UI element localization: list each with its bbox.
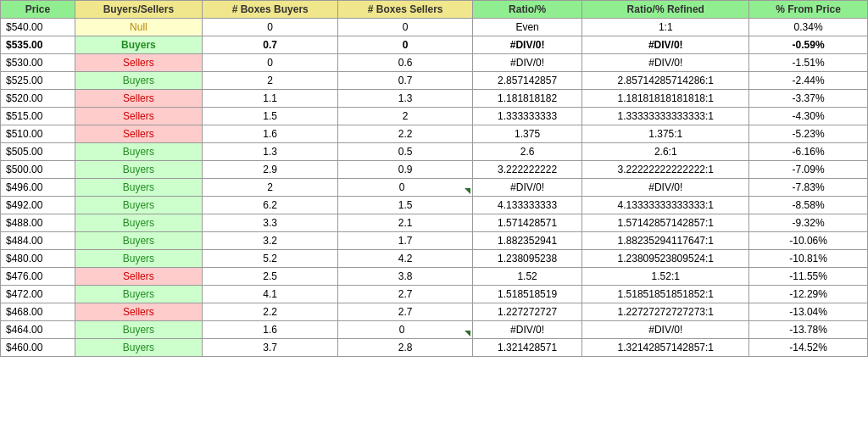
cell-boxes-buyers: 0 xyxy=(202,19,338,36)
cell-buyers-sellers: Sellers xyxy=(75,108,202,125)
cell-price: $480.00 xyxy=(1,250,75,268)
cell-ratio-refined: 1.22727272727273:1 xyxy=(582,303,749,321)
cell-ratio-refined: 2.85714285714286:1 xyxy=(582,72,749,90)
cell-price: $525.00 xyxy=(1,72,75,90)
cell-ratio: 1.181818182 xyxy=(472,90,581,108)
cell-ratio-refined: 1:1 xyxy=(582,19,749,36)
cell-from-price: -7.09% xyxy=(749,161,868,179)
cell-price: $492.00 xyxy=(1,197,75,214)
cell-boxes-sellers: 2.1 xyxy=(338,214,472,232)
cell-ratio-refined: 4.13333333333333:1 xyxy=(582,197,749,214)
cell-ratio: 1.518518519 xyxy=(472,286,581,303)
cell-boxes-sellers: 3.8 xyxy=(338,268,472,286)
cell-ratio-refined: 1.23809523809524:1 xyxy=(582,250,749,268)
cell-from-price: -0.59% xyxy=(749,36,868,54)
cell-boxes-sellers: 0.6 xyxy=(338,54,472,72)
cell-buyers-sellers: Sellers xyxy=(75,303,202,321)
cell-ratio: 4.133333333 xyxy=(472,197,581,214)
cell-from-price: -5.23% xyxy=(749,125,868,143)
cell-boxes-sellers: 1.3 xyxy=(338,90,472,108)
cell-ratio: 1.571428571 xyxy=(472,214,581,232)
cell-boxes-sellers: 0 xyxy=(338,321,472,339)
cell-ratio-refined: 1.375:1 xyxy=(582,125,749,143)
cell-boxes-buyers: 1.1 xyxy=(202,90,338,108)
cell-boxes-buyers: 1.6 xyxy=(202,125,338,143)
cell-price: $464.00 xyxy=(1,321,75,339)
cell-boxes-buyers: 3.7 xyxy=(202,339,338,357)
cell-price: $468.00 xyxy=(1,303,75,321)
cell-from-price: -7.83% xyxy=(749,179,868,197)
cell-boxes-sellers: 0.7 xyxy=(338,72,472,90)
cell-buyers-sellers: Sellers xyxy=(75,54,202,72)
cell-boxes-sellers: 4.2 xyxy=(338,250,472,268)
cell-buyers-sellers: Sellers xyxy=(75,125,202,143)
cell-ratio: Even xyxy=(472,19,581,36)
cell-ratio: 3.222222222 xyxy=(472,161,581,179)
cell-buyers-sellers: Buyers xyxy=(75,36,202,54)
cell-boxes-sellers: 2 xyxy=(338,108,472,125)
cell-boxes-sellers: 0 xyxy=(338,179,472,197)
cell-buyers-sellers: Buyers xyxy=(75,161,202,179)
cell-buyers-sellers: Buyers xyxy=(75,232,202,250)
cell-boxes-buyers: 2.2 xyxy=(202,303,338,321)
cell-from-price: -10.81% xyxy=(749,250,868,268)
cell-price: $520.00 xyxy=(1,90,75,108)
cell-ratio: 1.238095238 xyxy=(472,250,581,268)
cell-boxes-sellers: 0 xyxy=(338,36,472,54)
cell-from-price: -14.52% xyxy=(749,339,868,357)
cell-from-price: -10.06% xyxy=(749,232,868,250)
cell-ratio-refined: #DIV/0! xyxy=(582,321,749,339)
cell-buyers-sellers: Buyers xyxy=(75,197,202,214)
cell-price: $488.00 xyxy=(1,214,75,232)
price-table: Price Buyers/Sellers # Boxes Buyers # Bo… xyxy=(0,0,868,357)
triangle-icon xyxy=(465,188,470,194)
cell-ratio-refined: 1.88235294117647:1 xyxy=(582,232,749,250)
cell-boxes-buyers: 1.3 xyxy=(202,143,338,161)
cell-ratio: 1.882352941 xyxy=(472,232,581,250)
cell-boxes-buyers: 3.2 xyxy=(202,232,338,250)
cell-price: $484.00 xyxy=(1,232,75,250)
cell-from-price: -2.44% xyxy=(749,72,868,90)
cell-from-price: -13.04% xyxy=(749,303,868,321)
cell-boxes-sellers: 0 xyxy=(338,19,472,36)
cell-price: $510.00 xyxy=(1,125,75,143)
cell-ratio-refined: 1.33333333333333:1 xyxy=(582,108,749,125)
cell-buyers-sellers: Buyers xyxy=(75,143,202,161)
cell-from-price: -13.78% xyxy=(749,321,868,339)
cell-boxes-sellers: 0.9 xyxy=(338,161,472,179)
cell-ratio: 2.857142857 xyxy=(472,72,581,90)
cell-ratio-refined: 1.52:1 xyxy=(582,268,749,286)
cell-price: $496.00 xyxy=(1,179,75,197)
triangle-icon xyxy=(465,331,470,337)
cell-price: $476.00 xyxy=(1,268,75,286)
cell-ratio: 1.52 xyxy=(472,268,581,286)
cell-boxes-buyers: 6.2 xyxy=(202,197,338,214)
header-boxes-buyers: # Boxes Buyers xyxy=(202,1,338,19)
cell-price: $505.00 xyxy=(1,143,75,161)
cell-boxes-buyers: 5.2 xyxy=(202,250,338,268)
cell-boxes-buyers: 3.3 xyxy=(202,214,338,232)
header-ratio-refined: Ratio/% Refined xyxy=(582,1,749,19)
cell-boxes-sellers: 2.7 xyxy=(338,286,472,303)
cell-boxes-buyers: 1.6 xyxy=(202,321,338,339)
header-buyers-sellers: Buyers/Sellers xyxy=(75,1,202,19)
cell-buyers-sellers: Null xyxy=(75,19,202,36)
cell-boxes-buyers: 2.9 xyxy=(202,161,338,179)
header-boxes-sellers: # Boxes Sellers xyxy=(338,1,472,19)
cell-ratio-refined: 3.22222222222222:1 xyxy=(582,161,749,179)
cell-price: $460.00 xyxy=(1,339,75,357)
cell-from-price: 0.34% xyxy=(749,19,868,36)
cell-from-price: -12.29% xyxy=(749,286,868,303)
cell-buyers-sellers: Buyers xyxy=(75,286,202,303)
cell-price: $535.00 xyxy=(1,36,75,54)
cell-price: $500.00 xyxy=(1,161,75,179)
cell-boxes-buyers: 2 xyxy=(202,72,338,90)
cell-boxes-sellers: 0.5 xyxy=(338,143,472,161)
cell-boxes-sellers: 1.7 xyxy=(338,232,472,250)
cell-ratio: 1.321428571 xyxy=(472,339,581,357)
cell-boxes-buyers: 0.7 xyxy=(202,36,338,54)
cell-buyers-sellers: Buyers xyxy=(75,179,202,197)
cell-buyers-sellers: Buyers xyxy=(75,321,202,339)
cell-ratio-refined: #DIV/0! xyxy=(582,54,749,72)
cell-boxes-sellers: 2.2 xyxy=(338,125,472,143)
